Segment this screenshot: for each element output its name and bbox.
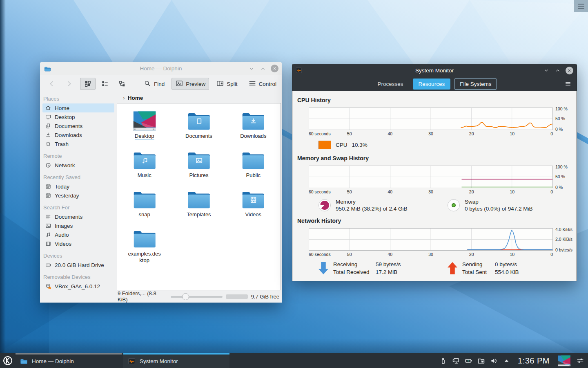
sidebar-item-images[interactable]: Images: [42, 221, 114, 230]
control-button[interactable]: Control: [245, 78, 281, 90]
tab-resources[interactable]: Resources: [413, 79, 451, 90]
x-axis-labels: 60 seconds50403020100: [309, 189, 553, 195]
sysmon-app-icon: [127, 357, 136, 366]
tray-triangle-up-icon[interactable]: [502, 356, 511, 365]
y-tick-label: 2.0 KiB/s: [555, 237, 581, 242]
file-item-desktop[interactable]: Desktop: [117, 109, 172, 148]
tab-file-systems[interactable]: File Systems: [454, 79, 497, 90]
tray-volume-icon[interactable]: [489, 356, 498, 365]
tray-display-net-icon[interactable]: [451, 356, 460, 365]
chevron-left-icon: [48, 80, 56, 88]
sidebar-item-documents[interactable]: Documents: [42, 121, 114, 130]
usb-icon: [439, 357, 448, 365]
y-tick-label: 4.0 KiB/s: [555, 227, 581, 232]
split-button[interactable]: Split: [212, 78, 241, 90]
application-launcher-button[interactable]: [0, 353, 16, 368]
memory-legend: Memory 950.2 MiB (38.2%) of 2.4 GiB: [318, 199, 448, 212]
memory-swap-legend: Memory 950.2 MiB (38.2%) of 2.4 GiB Swap…: [318, 199, 577, 212]
tab-processes[interactable]: Processes: [372, 79, 409, 90]
forward-button[interactable]: [61, 78, 77, 90]
tray-battery-icon[interactable]: [464, 356, 473, 365]
file-item-pictures[interactable]: Pictures: [172, 148, 226, 188]
sidebar-item-documents[interactable]: Documents: [42, 212, 114, 221]
sidebar-item-vbox-gas-6-0-12[interactable]: VBox_GAs_6.0.12: [42, 282, 114, 291]
minimize-button[interactable]: [543, 67, 550, 74]
file-item-documents[interactable]: Documents: [172, 109, 226, 148]
cpu-legend-value: 10.3%: [352, 142, 368, 148]
taskbar-task-system-monitor[interactable]: System Monitor: [123, 353, 229, 368]
file-item-snap[interactable]: snap: [117, 188, 172, 227]
minimize-button[interactable]: [248, 65, 255, 72]
file-label: examples.desktop: [127, 251, 162, 264]
receiving-value: 59 bytes/s: [376, 261, 401, 267]
folder-view[interactable]: DesktopDocumentsDownloadsMusicPicturesPu…: [117, 103, 281, 290]
desktop-toolbox-button[interactable]: [574, 0, 588, 12]
file-item-templates[interactable]: Templates: [172, 188, 226, 227]
file-item-videos[interactable]: Videos: [226, 188, 281, 227]
desktop-wallpaper-thumbnail-icon: [133, 111, 156, 131]
sidebar-item-audio[interactable]: Audio: [42, 230, 114, 239]
x-tick-label: 10: [510, 189, 514, 194]
close-button[interactable]: [271, 65, 278, 72]
close-x-icon: [567, 68, 572, 73]
x-tick-label: 30: [428, 189, 433, 194]
find-button[interactable]: Find: [140, 78, 168, 90]
desktop-pager-thumbnail[interactable]: [557, 355, 571, 366]
taskbar-task-home-dolphin[interactable]: Home — Dolphin: [16, 353, 122, 368]
x-tick-label: 40: [388, 189, 392, 194]
view-icons-icon: [84, 80, 92, 88]
file-item-examples-desktop[interactable]: examples.desktop: [117, 227, 172, 266]
dolphin-titlebar[interactable]: Home — Dolphin: [40, 62, 282, 75]
sidebar-item-label: Documents: [55, 123, 82, 129]
total-received-value: 17.2 MiB: [376, 269, 401, 275]
file-label: Templates: [187, 211, 211, 218]
x-tick-label: 20: [469, 131, 474, 136]
sidebar-item-downloads[interactable]: Downloads: [42, 130, 114, 139]
back-button[interactable]: [44, 78, 60, 90]
clock[interactable]: 1:36 PM: [514, 356, 554, 366]
swap-legend-label: Swap: [465, 199, 533, 205]
maximize-button[interactable]: [259, 65, 267, 72]
sidebar-item-home[interactable]: Home: [42, 103, 114, 112]
maximize-button[interactable]: [554, 67, 561, 74]
icons-view-button[interactable]: [80, 78, 96, 90]
sidebar-section-places: Places: [43, 96, 114, 102]
file-item-music[interactable]: Music: [117, 148, 172, 188]
zoom-slider-handle[interactable]: [182, 293, 189, 300]
tray-usb-icon[interactable]: [439, 356, 448, 365]
display-net-icon: [452, 357, 460, 365]
places-panel: PlacesHomeDesktopDocumentsDownloadsTrash…: [40, 92, 117, 303]
network-history-title: Network History: [297, 218, 577, 224]
preview-button[interactable]: Preview: [172, 78, 209, 90]
sysmon-app-icon: [295, 67, 303, 74]
sidebar-item-network[interactable]: Network: [42, 161, 114, 170]
sidebar-item-desktop[interactable]: Desktop: [42, 112, 114, 121]
file-item-public[interactable]: Public: [226, 148, 281, 188]
sidebar-item-trash[interactable]: Trash: [42, 139, 114, 148]
x-tick-label: 10: [510, 131, 514, 136]
sysmon-titlebar[interactable]: System Monitor: [292, 64, 577, 76]
sidebar-item-yesterday[interactable]: Yesterday: [42, 191, 114, 200]
tree-view-button[interactable]: [114, 78, 130, 90]
details-view-button[interactable]: [97, 78, 113, 90]
close-x-icon: [272, 66, 277, 71]
sidebar-item-20-0-gib-hard-drive[interactable]: 20.0 GiB Hard Drive: [42, 260, 114, 269]
sidebar-item-videos[interactable]: Videos: [42, 239, 114, 248]
file-label: Downloads: [240, 133, 266, 139]
zoom-slider[interactable]: [171, 293, 223, 300]
view-details-icon: [101, 80, 109, 88]
breadcrumb-home[interactable]: Home: [128, 95, 143, 101]
folder-mini-icon: [20, 357, 28, 366]
dolphin-app-icon: [44, 65, 51, 72]
receiving-label: Receiving: [333, 261, 376, 267]
folder-icon: [241, 150, 265, 171]
panel-settings-icon[interactable]: [576, 356, 585, 365]
menu-button[interactable]: [565, 81, 571, 87]
file-label: Public: [246, 172, 261, 179]
close-button[interactable]: [566, 67, 573, 74]
sidebar-item-today[interactable]: Today: [42, 182, 114, 191]
y-tick-label: 100 %: [555, 164, 581, 169]
file-item-downloads[interactable]: Downloads: [226, 109, 281, 148]
tray-vault-icon[interactable]: [477, 356, 486, 365]
breadcrumb[interactable]: › Home: [117, 92, 282, 103]
